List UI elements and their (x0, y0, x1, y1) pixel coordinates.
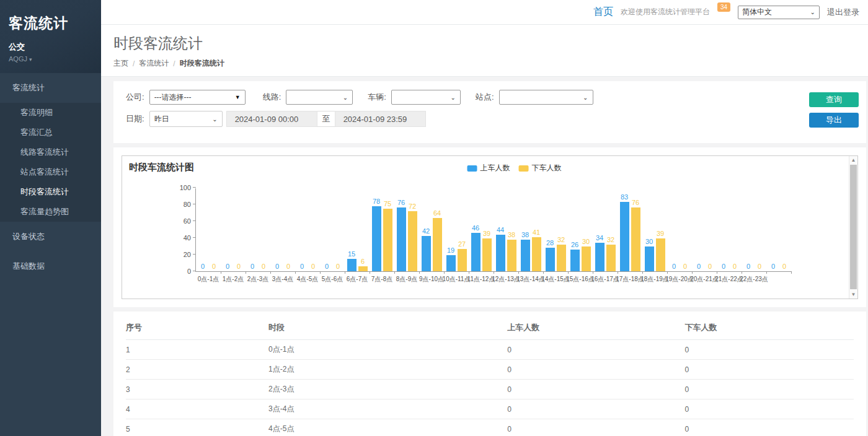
bar-group-13点-14点: 384113点-14点 (518, 188, 543, 271)
home-link[interactable]: 首页 (593, 6, 613, 19)
welcome-text: 欢迎使用客流统计管理平台 (621, 7, 710, 17)
breadcrumb-section[interactable]: 客流统计 (139, 58, 169, 69)
language-select[interactable]: 简体中文 ⌄ (738, 6, 820, 19)
bar: 30 (582, 246, 591, 272)
filter-panel: 公司: ---请选择--- ▼ 线路: ⌄ 车辆: ⌄ 站点: (113, 81, 866, 143)
legend-swatch (519, 165, 529, 172)
notification-badge: 34 (717, 2, 730, 12)
sidebar-item-客流汇总[interactable]: 客流汇总 (0, 123, 101, 142)
logout-link[interactable]: 退出登录 (827, 7, 859, 18)
scroll-up-icon[interactable]: ▲ (849, 156, 857, 164)
bar-fill (631, 207, 640, 271)
sidebar-item-线路客流统计[interactable]: 线路客流统计 (0, 142, 101, 162)
station-select[interactable]: ⌄ (499, 90, 593, 105)
bar: 39 (656, 238, 665, 271)
table-header-序号: 序号 (126, 315, 268, 340)
bar-fill (595, 243, 604, 271)
vehicle-select[interactable]: ⌄ (391, 90, 461, 105)
bar: 72 (408, 211, 417, 271)
y-axis-tick (193, 187, 196, 188)
bar-value-label: 75 (384, 200, 391, 207)
sidebar-item-站点客流统计[interactable]: 站点客流统计 (0, 162, 101, 182)
bar-value-label: 0 (758, 263, 761, 270)
search-button[interactable]: 查询 (809, 92, 859, 107)
breadcrumb: 主页 / 客流统计 / 时段客流统计 (113, 58, 868, 69)
table-cell: 2 (126, 360, 268, 380)
x-axis-label: 1点-2点 (223, 275, 244, 284)
chevron-down-icon: ▾ (29, 56, 32, 63)
bar-value-label: 0 (733, 263, 737, 270)
scroll-down-icon[interactable]: ▼ (849, 290, 857, 299)
line-select[interactable]: ⌄ (286, 90, 353, 105)
bar-fill (496, 235, 505, 271)
bar-group-19点-20点: 0019点-20点 (667, 188, 692, 271)
sidebar: 客流统计 公交 AQGJ ▾ 客流统计客流明细客流汇总线路客流统计站点客流统计时… (0, 0, 101, 436)
org-code-dropdown[interactable]: AQGJ ▾ (9, 55, 101, 63)
bar-value-label: 83 (621, 193, 628, 201)
sidebar-section-设备状态[interactable]: 设备状态 (0, 222, 101, 251)
table-cell: 0点-1点 (268, 340, 507, 360)
breadcrumb-home[interactable]: 主页 (113, 58, 128, 69)
chart-scrollbar[interactable]: ▲ ▼ (849, 156, 857, 299)
scrollbar-thumb[interactable] (850, 165, 857, 289)
date-preset-select[interactable]: 昨日 ⌄ (149, 111, 223, 127)
bar: 19 (446, 255, 456, 271)
x-axis-label: 18点-19点 (640, 275, 669, 284)
date-preset-value: 昨日 (154, 114, 169, 124)
main-area: 首页 欢迎使用客流统计管理平台 34 简体中文 ⌄ 退出登录 时段客流统计 主页… (101, 0, 868, 436)
bar: 34 (595, 243, 604, 271)
data-table-panel: 序号时段上车人数下车人数 10点-1点0021点-2点0032点-3点0043点… (113, 312, 866, 436)
company-select[interactable]: ---请选择--- ▼ (149, 90, 246, 105)
bar-value-label: 0 (212, 263, 216, 270)
bar: 38 (521, 240, 530, 271)
bar-fill (546, 248, 555, 271)
company-select-value: ---请选择--- (154, 92, 192, 103)
bar: 38 (507, 240, 516, 271)
export-button[interactable]: 导出 (809, 113, 859, 128)
date-start-input[interactable]: 2024-01-09 00:00 (226, 111, 317, 127)
bar-value-label: 0 (722, 263, 725, 270)
table-header-上车人数: 上车人数 (507, 315, 684, 340)
bar-value-label: 32 (557, 236, 565, 243)
x-axis-label: 12点-13点 (492, 275, 520, 284)
bar-fill (358, 266, 368, 271)
legend-swatch (467, 165, 477, 172)
bar-fill (458, 249, 467, 271)
bar-value-label: 39 (483, 230, 490, 237)
bar-fill (433, 218, 442, 271)
bar-fill (383, 209, 392, 271)
table-row: 32点-3点00 (126, 380, 854, 399)
breadcrumb-separator: / (173, 59, 175, 68)
table-cell: 1 (126, 340, 268, 360)
x-axis-label: 0点-1点 (198, 275, 219, 284)
table-row: 21点-2点00 (126, 360, 854, 380)
legend-item-下车人数[interactable]: 下车人数 (519, 163, 562, 173)
sidebar-item-时段客流统计[interactable]: 时段客流统计 (0, 182, 101, 202)
bar-value-label: 44 (497, 226, 504, 233)
sidebar-item-客流明细[interactable]: 客流明细 (0, 103, 101, 123)
table-header-时段: 时段 (268, 315, 507, 340)
bar-group-2点-3点: 002点-3点 (246, 188, 270, 271)
bar-fill (570, 250, 580, 271)
bar: 32 (557, 245, 566, 271)
table-cell: 4点-5点 (268, 419, 507, 436)
table-cell: 4 (126, 399, 268, 419)
bar-value-label: 6 (361, 258, 365, 265)
sidebar-item-客流量趋势图[interactable]: 客流量趋势图 (0, 202, 101, 222)
bar-value-label: 72 (409, 203, 416, 210)
bar-value-label: 0 (782, 263, 786, 270)
bar-group-17点-18点: 837617点-18点 (618, 188, 642, 271)
sidebar-section-客流统计[interactable]: 客流统计 (0, 73, 101, 103)
bar-fill (471, 233, 480, 271)
legend-item-上车人数[interactable]: 上车人数 (467, 163, 510, 173)
org-label: 公交 (9, 41, 101, 53)
bar-group-0点-1点: 000点-1点 (196, 188, 221, 271)
date-end-input[interactable]: 2024-01-09 23:59 (335, 111, 426, 127)
x-axis-label: 22点-23点 (740, 275, 768, 284)
bar-group-11点-12点: 463911点-12点 (469, 188, 494, 271)
sidebar-section-基础数据[interactable]: 基础数据 (0, 251, 101, 281)
bar-fill (372, 206, 381, 271)
bar-value-label: 0 (237, 263, 241, 270)
bar: 15 (347, 259, 356, 271)
bar-value-label: 0 (325, 263, 329, 270)
